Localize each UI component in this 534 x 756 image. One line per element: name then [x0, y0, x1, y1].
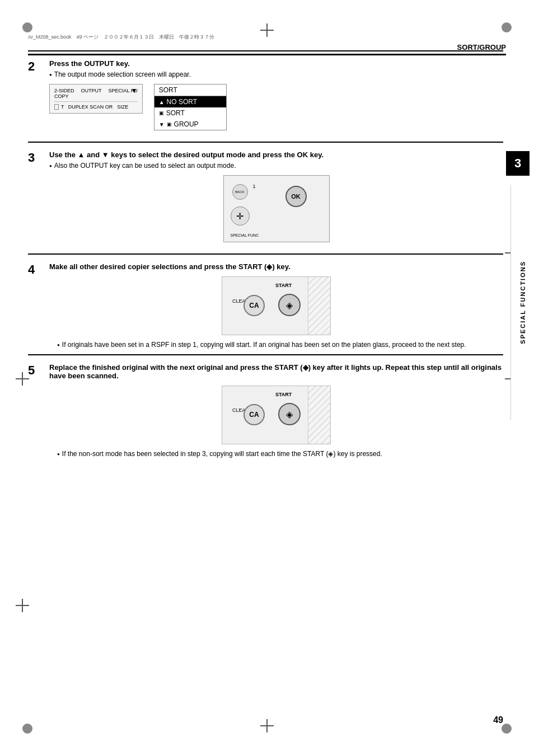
panel-hatch [308, 277, 330, 335]
step-4-section: 4 Make all other desired copier selectio… [28, 253, 503, 354]
start-symbol-4: ◈ [286, 300, 293, 311]
step-5-diagram: START CLEAR ALL CA ◈ [49, 386, 503, 444]
start-panel-5: START CLEAR ALL CA ◈ [222, 386, 331, 444]
back-label: BACK [235, 190, 244, 194]
sort-item-group: ▼ ▣ GROUP [154, 119, 226, 130]
nav-icon: ✛ [236, 211, 243, 222]
special-fn-label: SPECIAL FUNC [231, 233, 259, 237]
step-3-section: 3 Use the ▲ and ▼ keys to select the des… [28, 142, 503, 253]
sort-item-sort: ▣ SORT [154, 107, 226, 119]
number-label-1: 1 [253, 184, 256, 189]
start-label-4: START [275, 283, 292, 288]
sort-title: SORT [154, 84, 226, 96]
sort-label-group: GROUP [174, 120, 199, 128]
corner-mark-bl [22, 724, 32, 734]
start-button-5: ◈ [278, 403, 301, 425]
panel-label-2sided: 2-SIDEDCOPY [54, 88, 74, 99]
step-5-number: 5 [28, 363, 44, 458]
step-4-content: Make all other desired copier selections… [49, 262, 503, 349]
ok-panel: BACK 1 OK ✛ SPECIAL FUNC [223, 175, 330, 242]
sort-arrow-down: ▼ [159, 121, 165, 128]
step-2-content: Press the OUTPUT key. The output mode se… [49, 59, 503, 136]
crosshair-left2 [16, 599, 29, 612]
header-meta: Ar_M208_sec.book 49 ページ ２００２年６月１３日 木曜日 午… [28, 34, 506, 41]
step-5-section: 5 Replace the finished original with the… [28, 354, 503, 463]
step-3-diagram: BACK 1 OK ✛ SPECIAL FUNC [49, 175, 503, 242]
ok-button: OK [285, 186, 307, 207]
sort-icon-group: ▣ [167, 121, 172, 127]
step-4-diagram: START CLEAR ALL CA ◈ [49, 276, 503, 335]
step-4-note: If originals have been set in a RSPF in … [57, 341, 503, 349]
start-symbol-5: ◈ [286, 409, 293, 420]
panel-size: SIZE [117, 104, 128, 110]
step-3-number: 3 [28, 151, 44, 248]
step-3-content: Use the ▲ and ▼ keys to select the desir… [49, 151, 503, 248]
start-panel-4: START CLEAR ALL CA ◈ [222, 276, 331, 335]
step-2-section: 2 Press the OUTPUT key. The output mode … [28, 50, 503, 142]
step-2-bullet: The output mode selection screen will ap… [49, 71, 503, 78]
sidebar-number: 3 [506, 151, 530, 176]
step-3-bullet: Also the OUTPUT key can be used to selec… [49, 162, 503, 170]
start-label-5: START [275, 392, 292, 397]
page-number: 49 [493, 715, 503, 725]
step-4-title: Make all other desired copier selections… [49, 262, 503, 271]
step-4-number: 4 [28, 262, 44, 349]
ca-button-5: CA [243, 404, 265, 425]
start-button-4: ◈ [278, 294, 301, 316]
step-3-title: Use the ▲ and ▼ keys to select the desir… [49, 151, 503, 159]
panel-label-output: OUTPUT [81, 88, 102, 99]
sort-label-nosort: NO SORT [167, 98, 197, 106]
sort-icon-sort: ▣ [159, 110, 164, 116]
sort-arrow-up: ▲ [159, 99, 165, 105]
crosshair-bottom [260, 719, 274, 732]
panel-lower-row: T DUPLEX SCAN OR SIZE [54, 104, 138, 110]
panel-down-arrow: ▼ [131, 87, 138, 95]
step-2-number: 2 [28, 59, 44, 136]
step-2-title: Press the OUTPUT key. [49, 59, 503, 68]
sidebar-label: SPECIAL FUNCTIONS [510, 185, 534, 420]
sort-menu: SORT ▲ NO SORT ▣ SORT ▼ ▣ GROUP [154, 84, 227, 130]
panel-icon-box [54, 104, 59, 110]
corner-mark-tl [22, 22, 32, 32]
nav-circle: ✛ [231, 206, 250, 226]
panel-top-row: 2-SIDEDCOPY OUTPUT SPECIAL FU [54, 88, 138, 102]
step-2-diagrams: ▼ 2-SIDEDCOPY OUTPUT SPECIAL FU T DUPLEX… [49, 84, 503, 130]
step-5-note: If the non-sort mode has been selected i… [57, 450, 503, 458]
step-5-title: Replace the finished original with the n… [49, 363, 503, 380]
panel-hatch-5 [308, 386, 330, 444]
ca-text-5: CA [249, 411, 259, 419]
corner-mark-tr [502, 22, 512, 32]
ok-label: OK [291, 193, 301, 200]
ok-panel-inner: BACK 1 OK ✛ SPECIAL FUNC [224, 176, 329, 242]
main-content: 2 Press the OUTPUT key. The output mode … [28, 50, 503, 463]
crosshair-left [16, 372, 29, 386]
step-5-content: Replace the finished original with the n… [49, 363, 503, 458]
ca-button-4: CA [243, 295, 265, 316]
sort-label-sort: SORT [166, 109, 185, 117]
sort-item-nosort: ▲ NO SORT [154, 96, 226, 107]
panel-duplex: T DUPLEX SCAN OR [54, 104, 113, 110]
back-button: BACK [232, 184, 248, 200]
ca-text-4: CA [249, 302, 259, 309]
output-panel: ▼ 2-SIDEDCOPY OUTPUT SPECIAL FU T DUPLEX… [49, 84, 143, 114]
sidebar-label-text: SPECIAL FUNCTIONS [519, 261, 526, 344]
